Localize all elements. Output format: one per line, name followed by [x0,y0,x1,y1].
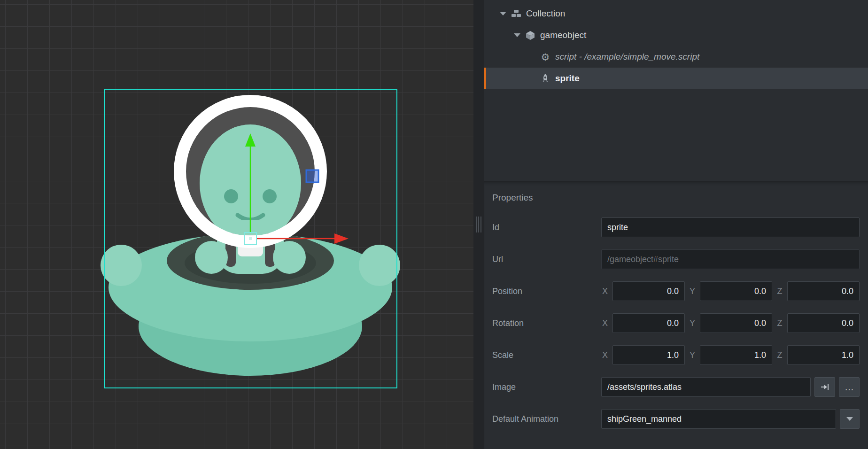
property-row-default-animation: Default Animation [492,409,860,429]
axis-x-label: X [601,286,609,296]
position-y-input[interactable] [700,281,772,301]
url-field [601,249,860,269]
position-z-input[interactable] [787,281,860,301]
collection-icon [511,8,521,19]
outline-item-label: sprite [555,73,580,84]
rotation-x-input[interactable] [612,313,685,333]
scale-y-input[interactable] [700,345,772,365]
outline-item-gameobject[interactable]: gameobject [484,24,868,46]
property-row-scale: Scale X Y Z [492,345,860,365]
rotation-y-input[interactable] [700,313,772,333]
open-resource-button[interactable] [814,377,835,397]
axis-x-label: X [601,350,609,360]
default-animation-label: Default Animation [492,414,601,424]
axis-z-label: Z [776,318,783,328]
outline-panel: Collection gameobject ⚙ script - /exampl… [484,0,868,181]
axis-y-label: Y [689,350,696,360]
url-label: Url [492,255,601,264]
chevron-down-icon[interactable] [500,12,506,15]
properties-panel: Properties Id Url Position [484,181,868,449]
script-icon: ⚙ [540,52,550,62]
axis-y-label: Y [689,318,696,328]
outline-item-script[interactable]: ⚙ script - /example/simple_move.script [484,46,868,68]
scale-handle-blue[interactable] [306,170,318,182]
property-row-id: Id [492,217,860,238]
right-panel: Collection gameobject ⚙ script - /exampl… [484,0,868,449]
outline-item-label: gameobject [540,30,586,40]
sprite-icon [540,73,550,84]
scale-label: Scale [492,350,601,360]
outline-item-sprite[interactable]: sprite [484,68,868,89]
axis-z-label: Z [776,286,783,296]
arrow-to-bar-icon [821,383,829,391]
rotation-z-input[interactable] [787,313,860,333]
chevron-down-icon [846,417,853,421]
position-label: Position [492,286,601,296]
rotation-label: Rotation [492,318,601,328]
outline-item-label: script - /example/simple_move.script [555,52,699,62]
axis-y-label: Y [689,286,696,296]
image-label: Image [492,382,601,392]
splitter-grip-icon [476,217,481,232]
default-animation-dropdown-button[interactable] [840,409,860,429]
property-row-rotation: Rotation X Y Z [492,313,860,333]
defold-editor: Collection gameobject ⚙ script - /exampl… [0,0,868,449]
property-row-url: Url [492,249,860,270]
panel-splitter-vertical[interactable] [473,0,484,449]
property-row-image: Image … [492,377,860,397]
scale-z-input[interactable] [787,345,860,365]
scene-viewport[interactable] [0,0,473,449]
axis-z-label: Z [776,350,783,360]
scale-x-input[interactable] [612,345,685,365]
image-input[interactable] [601,377,811,397]
gameobject-icon [525,30,535,40]
browse-resource-button[interactable]: … [839,377,860,397]
outline-item-label: Collection [526,8,565,19]
chevron-down-icon[interactable] [514,33,520,37]
position-x-input[interactable] [612,281,685,301]
id-input[interactable] [601,217,860,237]
ellipsis-icon: … [845,382,854,393]
scene-canvas [0,0,473,449]
axis-x-label: X [601,318,609,328]
outline-item-collection[interactable]: Collection [484,3,868,24]
id-label: Id [492,223,601,232]
property-row-position: Position X Y Z [492,281,860,302]
default-animation-input[interactable] [601,409,836,429]
properties-title: Properties [492,193,860,203]
